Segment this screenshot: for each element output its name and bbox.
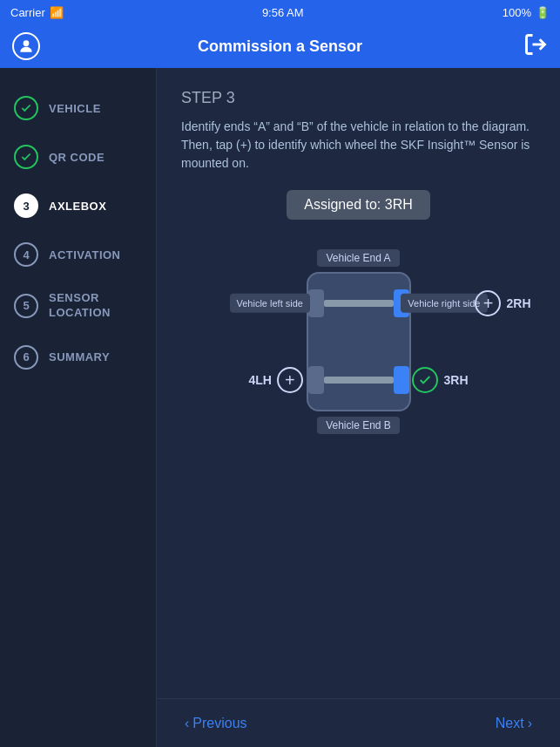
step-circle-3: 3 [14,194,38,218]
vehicle-diagram: Vehicle End A Vehicle left side [181,249,536,434]
assigned-container: Assigned to: 3RH [181,190,536,235]
status-time: 9:56 AM [262,6,304,19]
content-area: STEP 3 Identify ends “A” and “B” of the … [157,68,560,747]
wheel-3lh [308,366,324,394]
assigned-value: 3RH [385,197,413,212]
wheel-2rh-label: 2RH [506,296,530,310]
sidebar-item-axlebox[interactable]: 3 AXLEBOX [0,183,156,228]
assigned-label: Assigned to: [304,197,381,212]
content-body: STEP 3 Identify ends “A” and “B” of the … [157,68,560,698]
header-avatar[interactable] [12,32,40,60]
sidebar-label-sensor-location: SENSOR LOCATION [49,291,142,321]
sidebar-label-qrcode: QR CODE [49,151,105,164]
vehicle-end-b-label: Vehicle End B [317,417,400,434]
wheel-3rh [394,366,409,394]
wheel-3rh-check-button [412,367,438,393]
sidebar-item-summary[interactable]: 6 SUMMARY [0,335,156,380]
step-circle-5: 5 [14,294,38,318]
sidebar-label-axlebox: AXLEBOX [49,200,106,213]
chevron-right-icon: › [528,716,532,731]
sidebar: VEHICLE QR CODE 3 AXLEBOX 4 ACTIVATION 5… [0,68,157,747]
add-wheel-2rh-button[interactable]: + [475,290,501,316]
assigned-badge: Assigned to: 3RH [287,190,430,220]
battery-icon: 🔋 [536,6,550,19]
header: Commission a Sensor [0,24,560,68]
sidebar-item-activation[interactable]: 4 ACTIVATION [0,232,156,277]
bottom-nav: ‹ Previous Next › [157,698,560,747]
vehicle-box: Vehicle left side Vehicle right side + [307,272,411,411]
wheel-3rh-label: 3RH [443,373,468,387]
sidebar-item-qrcode[interactable]: QR CODE [0,134,156,180]
step-circle-2 [14,145,38,169]
step-label: STEP 3 [181,89,536,107]
status-right-group: 100% 🔋 [503,6,550,19]
vehicle-left-side-label: Vehicle left side [230,294,310,313]
vehicle-end-a-label: Vehicle End A [317,249,399,267]
axle-bar-3 [324,377,394,384]
sidebar-label-activation: ACTIVATION [49,248,121,261]
add-wheel-4lh-button[interactable]: + [277,367,303,393]
next-label: Next [496,716,524,731]
wifi-icon: 📶 [50,6,64,19]
step-circle-4: 4 [14,242,38,267]
axle-row-2: 3RH + 4LH [308,366,409,394]
sidebar-label-vehicle: VEHICLE [49,102,101,115]
header-exit-button[interactable] [523,32,548,60]
wheel-2lh [308,289,324,317]
previous-label: Previous [192,716,246,731]
user-avatar-icon[interactable] [12,32,40,60]
step-description: Identify ends “A” and “B” of the vehicle… [181,118,536,173]
step-circle-6: 6 [14,345,38,370]
next-button[interactable]: Next › [496,716,532,731]
sidebar-item-sensor-location[interactable]: 5 SENSOR LOCATION [0,281,156,331]
status-bar: Carrier 📶 9:56 AM 100% 🔋 [0,0,560,24]
sidebar-item-vehicle[interactable]: VEHICLE [0,85,156,131]
diagram-wrapper: Vehicle left side Vehicle right side + [228,272,489,411]
axle-row-1: Vehicle left side Vehicle right side + [308,289,409,317]
status-carrier: Carrier 📶 [10,6,64,19]
previous-button[interactable]: ‹ Previous [185,716,247,731]
svg-point-0 [24,40,30,46]
main-layout: VEHICLE QR CODE 3 AXLEBOX 4 ACTIVATION 5… [0,68,560,747]
chevron-left-icon: ‹ [185,716,189,731]
header-title: Commission a Sensor [198,37,362,56]
step-circle-1 [14,96,38,120]
battery-text: 100% [503,6,531,19]
sidebar-label-summary: SUMMARY [49,350,110,363]
wheel-4lh-label: 4LH [249,373,272,387]
carrier-text: Carrier [10,6,45,19]
axle-bar-2 [324,300,394,307]
